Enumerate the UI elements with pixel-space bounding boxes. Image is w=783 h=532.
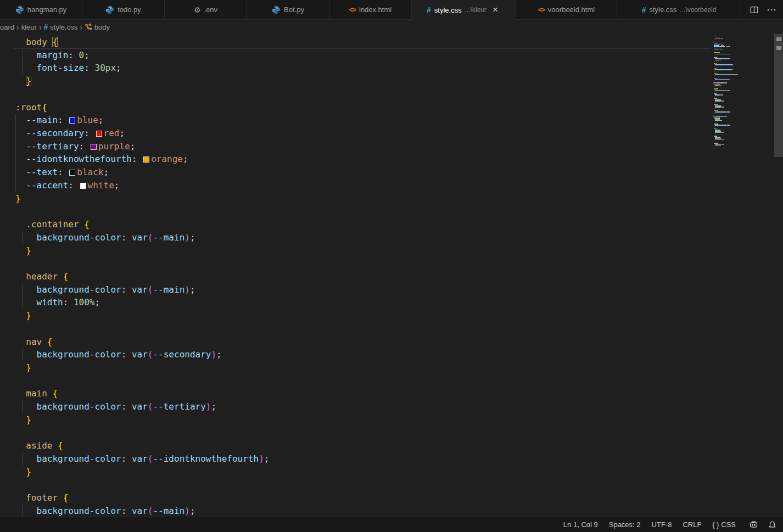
code-line-8[interactable]: --secondary: red; <box>0 127 711 140</box>
tab-todo.py[interactable]: todo.py <box>82 0 165 19</box>
breadcrumb-separator: › <box>39 21 42 32</box>
minimap-line <box>723 107 724 108</box>
code-line-37[interactable]: background-color: var(--main); <box>0 505 711 517</box>
minimap-line <box>723 58 724 59</box>
minimap-line <box>726 82 727 83</box>
code-line-35[interactable] <box>0 478 711 491</box>
minimap[interactable] <box>711 34 774 517</box>
vertical-scrollbar[interactable] <box>774 34 783 517</box>
minimap-line <box>730 111 730 113</box>
code-line-17[interactable]: } <box>0 244 711 257</box>
status-item-spaces2[interactable]: Spaces: 2 <box>609 520 641 529</box>
color-swatch[interactable] <box>96 131 102 137</box>
tab-voorbeeld.html[interactable]: <>voorbeeld.html <box>516 0 617 19</box>
code-line-32[interactable]: aside { <box>0 439 711 452</box>
minimap-line <box>714 49 718 50</box>
code-line-10[interactable]: --idontknowthefourth: orange; <box>0 153 711 166</box>
minimap-line <box>714 108 714 109</box>
code-line-30[interactable]: } <box>0 413 711 427</box>
color-swatch[interactable] <box>69 170 75 176</box>
code-line-2[interactable]: margin: 0; <box>0 49 711 62</box>
code-line-14[interactable] <box>0 205 711 218</box>
breadcrumb-item-body[interactable]: body <box>85 23 110 31</box>
color-swatch[interactable] <box>143 156 149 163</box>
indent-guide <box>15 153 16 166</box>
breadcrumb-item-oard[interactable]: oard <box>0 23 14 31</box>
color-swatch[interactable] <box>91 144 97 150</box>
code-line-25[interactable]: background-color: var(--secondary); <box>0 348 711 361</box>
minimap-line <box>715 74 723 75</box>
status-icons <box>749 520 776 529</box>
code-line-13[interactable]: } <box>0 192 711 205</box>
code-line-3[interactable]: font-size: 30px; <box>0 61 711 75</box>
minimap-line <box>737 74 738 75</box>
code-line-12[interactable]: --accent: white; <box>0 179 711 192</box>
tab-style.css-kleur[interactable]: #style.css...\kleur× <box>412 0 516 20</box>
code-line-9[interactable]: --tertiary: purple; <box>0 140 711 153</box>
code-line-18[interactable] <box>0 257 711 270</box>
code-line-11[interactable]: --text: black; <box>0 166 711 179</box>
minimap-line <box>723 79 724 80</box>
editor-pane[interactable]: body { margin: 0; font-size: 30px; }:roo… <box>0 34 783 517</box>
breadcrumb-separator: › <box>16 21 19 32</box>
minimap-line <box>715 90 723 91</box>
close-icon[interactable]: × <box>490 4 501 15</box>
python-icon <box>272 5 281 14</box>
minimap-line <box>723 100 724 102</box>
color-swatch[interactable] <box>69 117 75 124</box>
code-line-33[interactable]: background-color: var(--idontknowthefour… <box>0 452 711 466</box>
tab-style.css-voorbeeld[interactable]: #style.css...\voorbeeld <box>617 0 741 19</box>
copilot-icon[interactable] <box>749 520 758 529</box>
minimap-line <box>718 49 719 50</box>
breadcrumb-separator: › <box>80 21 82 32</box>
indent-guide <box>22 400 23 413</box>
code-line-19[interactable]: header { <box>0 270 711 283</box>
code-line-31[interactable] <box>0 427 711 440</box>
status-item-css[interactable]: { } CSS <box>712 520 736 529</box>
minimap-line <box>730 58 730 59</box>
minimap-line <box>714 102 714 103</box>
code-line-21[interactable]: width: 100%; <box>0 296 711 309</box>
tab-Bot.py[interactable]: Bot.py <box>247 0 329 19</box>
code-line-29[interactable]: background-color: var(--tertiary); <box>0 400 711 413</box>
status-item-crlf[interactable]: CRLF <box>683 520 701 529</box>
code-line-1[interactable]: body { <box>0 36 711 49</box>
code-line-24[interactable]: nav { <box>0 335 711 349</box>
indent-guide <box>22 61 23 75</box>
more-actions-icon[interactable]: ⋯ <box>767 7 776 13</box>
minimap-line <box>713 114 713 115</box>
code-line-20[interactable]: background-color: var(--main); <box>0 283 711 296</box>
tab-label: voorbeeld.html <box>548 5 595 14</box>
code-line-15[interactable]: .container { <box>0 218 711 231</box>
bell-icon[interactable] <box>768 520 776 529</box>
breadcrumb-item-kleur[interactable]: kleur <box>21 23 37 31</box>
overview-ruler-mark <box>776 37 781 41</box>
minimap-line <box>730 125 730 126</box>
color-swatch[interactable] <box>80 183 86 189</box>
code-line-36[interactable]: footer { <box>0 491 711 505</box>
tab-hangman.py[interactable]: hangman.py <box>0 0 82 19</box>
minimap-line <box>732 64 733 65</box>
code-line-26[interactable]: } <box>0 361 711 374</box>
minimap-line <box>723 54 724 55</box>
code-line-23[interactable] <box>0 322 711 335</box>
breadcrumb-item-style.css[interactable]: #style.css <box>44 23 78 31</box>
code-line-16[interactable]: background-color: var(--main); <box>0 231 711 244</box>
code-line-5[interactable] <box>0 88 711 101</box>
status-item-utf8[interactable]: UTF-8 <box>652 520 672 529</box>
code-line-4[interactable]: } <box>0 75 711 88</box>
tab-index.html[interactable]: <>index.html <box>329 0 412 19</box>
code-line-7[interactable]: --main: blue; <box>0 114 711 127</box>
minimap-line <box>715 132 720 133</box>
code-line-6[interactable]: :root{ <box>0 101 711 114</box>
code-line-22[interactable]: } <box>0 309 711 322</box>
split-editor-icon[interactable] <box>750 5 759 14</box>
code-line-27[interactable] <box>0 374 711 388</box>
tab-.env[interactable]: ⚙.env <box>165 0 247 19</box>
minimap-line <box>715 64 723 65</box>
status-item-ln1col9[interactable]: Ln 1, Col 9 <box>563 520 598 529</box>
code-line-28[interactable]: main { <box>0 387 711 400</box>
code-line-34[interactable]: } <box>0 466 711 479</box>
tab-label: todo.py <box>118 5 141 14</box>
scrollbar-thumb[interactable] <box>774 34 783 157</box>
